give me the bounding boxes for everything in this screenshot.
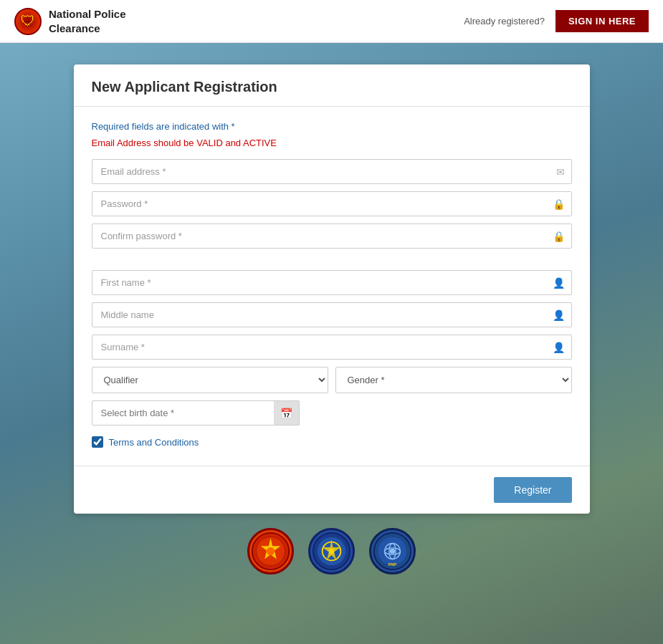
- first-name-group: 👤: [92, 270, 572, 295]
- register-button[interactable]: Register: [494, 477, 571, 503]
- form-card-header: New Applicant Registration: [74, 64, 590, 107]
- registration-form-card: New Applicant Registration Required fiel…: [74, 64, 590, 514]
- footer-logos: PNP: [247, 528, 416, 575]
- password-input[interactable]: [92, 191, 572, 216]
- app-header: National Police Clearance Already regist…: [0, 0, 663, 43]
- email-validity-note: Email Address should be VALID and ACTIVE: [92, 138, 572, 148]
- middle-name-input[interactable]: [92, 302, 572, 327]
- birthdate-input[interactable]: [92, 400, 300, 426]
- svg-text:PNP: PNP: [388, 562, 397, 567]
- section-divider: [92, 256, 572, 270]
- pnp-logo: [247, 528, 294, 575]
- gender-select[interactable]: Gender * Male Female: [335, 367, 572, 393]
- email-group: ✉: [92, 159, 572, 184]
- confirm-password-group: 🔒: [92, 224, 572, 249]
- qualifier-group: Qualifier Jr. Sr. II III IV: [92, 367, 328, 393]
- technology-logo-svg: PNP: [373, 532, 412, 571]
- surname-group: 👤: [92, 335, 572, 360]
- form-title: New Applicant Registration: [92, 79, 572, 95]
- already-registered-text: Already registered?: [464, 16, 545, 27]
- svg-point-3: [267, 547, 275, 555]
- password-group: 🔒: [92, 191, 572, 216]
- birthdate-group: 📅: [92, 400, 300, 426]
- qualifier-select[interactable]: Qualifier Jr. Sr. II III IV: [92, 367, 328, 393]
- app-title: National Police Clearance: [49, 7, 126, 35]
- form-card-footer: Register: [74, 466, 590, 514]
- surname-input[interactable]: [92, 335, 572, 360]
- terms-row: Terms and Conditions: [92, 436, 572, 448]
- investigation-logo: [308, 528, 355, 575]
- header-right: Already registered? SIGN IN HERE: [464, 10, 649, 32]
- logo-badge: [14, 8, 42, 35]
- calendar-icon: 📅: [280, 408, 292, 419]
- email-input[interactable]: [92, 159, 572, 184]
- confirm-password-input[interactable]: [92, 224, 572, 249]
- investigation-logo-svg: [312, 532, 351, 571]
- required-fields-note: Required fields are indicated with *: [92, 121, 572, 132]
- middle-name-group: 👤: [92, 302, 572, 327]
- svg-point-14: [390, 549, 395, 554]
- form-card-body: Required fields are indicated with * Ema…: [74, 107, 590, 466]
- sign-in-button[interactable]: SIGN IN HERE: [555, 10, 649, 32]
- gender-group: Gender * Male Female: [335, 367, 572, 393]
- pnp-logo-svg: [251, 532, 290, 571]
- technology-logo: PNP: [369, 528, 416, 575]
- terms-checkbox[interactable]: [92, 436, 103, 448]
- calendar-button[interactable]: 📅: [274, 400, 300, 426]
- svg-point-8: [329, 549, 334, 554]
- terms-link[interactable]: Terms and Conditions: [109, 437, 199, 448]
- selects-row: Qualifier Jr. Sr. II III IV Gender * Mal…: [92, 367, 572, 393]
- first-name-input[interactable]: [92, 270, 572, 295]
- main-content: New Applicant Registration Required fiel…: [0, 43, 663, 596]
- logo-container: National Police Clearance: [14, 7, 126, 35]
- terms-label: Terms and Conditions: [109, 437, 199, 448]
